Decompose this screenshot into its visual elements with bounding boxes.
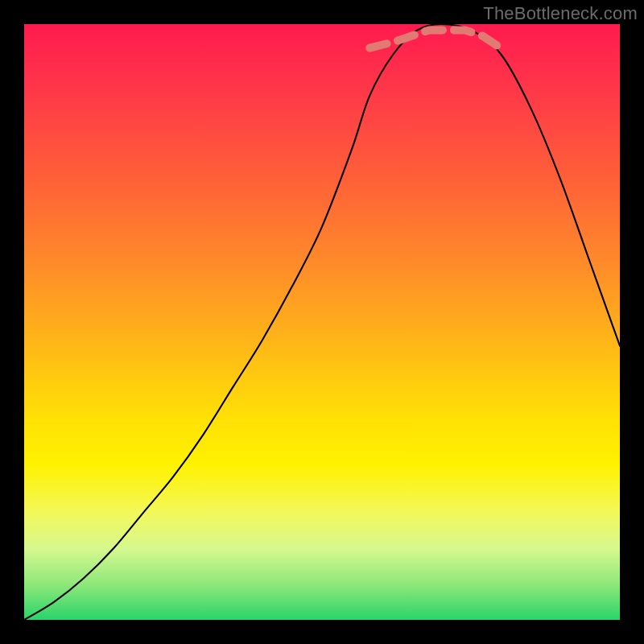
curve-layer <box>24 24 620 620</box>
chart-frame: TheBottleneck.com <box>0 0 644 644</box>
watermark-text: TheBottleneck.com <box>483 3 638 24</box>
bottleneck-curve <box>24 24 620 620</box>
optimal-range-markers <box>369 30 501 47</box>
plot-area <box>24 24 620 620</box>
